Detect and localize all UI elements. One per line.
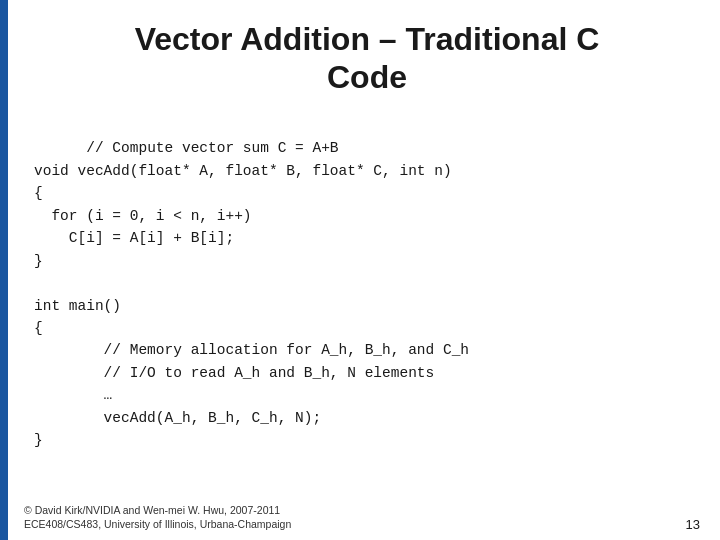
code-line-11: // I/O to read A_h and B_h, N elements	[34, 365, 434, 381]
content-area: Vector Addition – Traditional C Code // …	[24, 0, 720, 540]
code-line-8: int main()	[34, 298, 121, 314]
page-number: 13	[686, 517, 700, 532]
code-line-14: }	[34, 432, 43, 448]
code-line-1: // Compute vector sum C = A+B	[86, 140, 338, 156]
code-block: // Compute vector sum C = A+B void vecAd…	[34, 115, 700, 475]
code-line-13: vecAdd(A_h, B_h, C_h, N);	[34, 410, 321, 426]
footer-attribution: © David Kirk/NVIDIA and Wen-mei W. Hwu, …	[24, 503, 291, 532]
code-line-10: // Memory allocation for A_h, B_h, and C…	[34, 342, 469, 358]
blue-accent-bar	[0, 0, 8, 540]
code-line-2: void vecAdd(float* A, float* B, float* C…	[34, 163, 452, 179]
slide-footer: © David Kirk/NVIDIA and Wen-mei W. Hwu, …	[24, 503, 700, 532]
code-line-9: {	[34, 320, 43, 336]
slide-container: Vector Addition – Traditional C Code // …	[0, 0, 720, 540]
code-line-4: for (i = 0, i < n, i++)	[34, 208, 252, 224]
title-line1: Vector Addition – Traditional C	[135, 21, 600, 57]
code-line-6: }	[34, 253, 43, 269]
title-line2: Code	[327, 59, 407, 95]
code-line-5: C[i] = A[i] + B[i];	[34, 230, 234, 246]
slide-title: Vector Addition – Traditional C Code	[34, 20, 700, 97]
code-line-12: …	[34, 387, 112, 403]
code-line-3: {	[34, 185, 43, 201]
footer-line2: ECE408/CS483, University of Illinois, Ur…	[24, 517, 291, 532]
footer-line1: © David Kirk/NVIDIA and Wen-mei W. Hwu, …	[24, 503, 291, 518]
